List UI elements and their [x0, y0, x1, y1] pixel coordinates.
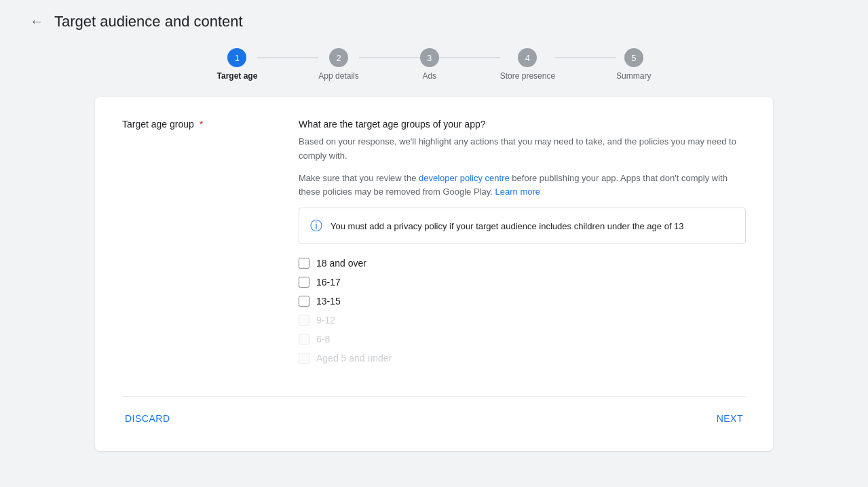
developer-policy-link[interactable]: developer policy centre	[419, 173, 510, 183]
checkbox-input-5under	[299, 353, 309, 364]
discard-button[interactable]: DISCARD	[122, 408, 173, 429]
form-section: Target age group * What are the target a…	[122, 119, 746, 364]
page-title: Target audience and content	[54, 13, 243, 31]
checkbox-label-18: 18 and over	[316, 258, 366, 269]
required-asterisk: *	[200, 119, 203, 130]
main-card: Target age group * What are the target a…	[95, 97, 773, 451]
checkbox-input-1617[interactable]	[299, 277, 309, 288]
step-label-2: App details	[318, 71, 358, 81]
step-3: 3 Ads	[420, 48, 439, 81]
checkbox-input-68	[299, 334, 309, 345]
checkbox-input-1315[interactable]	[299, 296, 309, 307]
checkbox-9-12: 9-12	[299, 315, 746, 326]
checkbox-group: 18 and over 16-17 13-15 9-12	[299, 258, 746, 364]
info-text: You must add a privacy policy if your ta…	[331, 221, 684, 231]
checkbox-18-and-over[interactable]: 18 and over	[299, 258, 746, 269]
step-label-5: Summary	[616, 71, 651, 81]
info-box: ⓘ You must add a privacy policy if your …	[299, 208, 746, 244]
back-button[interactable]: ←	[27, 11, 46, 32]
checkbox-input-18[interactable]	[299, 258, 309, 269]
form-content-col: What are the target age groups of your a…	[299, 119, 746, 364]
checkbox-label-1315: 13-15	[316, 296, 341, 307]
step-circle-4: 4	[518, 48, 537, 67]
step-5: 5 Summary	[616, 48, 651, 81]
step-label-3: Ads	[422, 71, 436, 81]
step-4: 4 Store presence	[500, 48, 555, 81]
back-icon: ←	[30, 14, 43, 29]
description-text-2: Make sure that you review the developer …	[299, 172, 746, 200]
checkbox-13-15[interactable]: 13-15	[299, 296, 746, 307]
next-button[interactable]: NEXT	[714, 408, 746, 429]
checkbox-label-68: 6-8	[316, 334, 330, 345]
desc2-pre: Make sure that you review the	[299, 173, 419, 183]
step-circle-1: 1	[227, 48, 246, 67]
step-line-2	[359, 57, 420, 58]
info-icon: ⓘ	[310, 218, 322, 234]
description-text-1: Based on your response, we'll highlight …	[299, 135, 746, 163]
step-2: 2 App details	[318, 48, 358, 81]
checkbox-6-8: 6-8	[299, 334, 746, 345]
checkbox-label-5under: Aged 5 and under	[316, 353, 392, 364]
form-label-col: Target age group *	[122, 119, 271, 364]
step-line-1	[257, 57, 318, 58]
step-line-4	[555, 57, 616, 58]
step-line-3	[439, 57, 500, 58]
step-circle-5: 5	[624, 48, 643, 67]
step-circle-3: 3	[420, 48, 439, 67]
checkbox-input-912	[299, 315, 309, 326]
checkbox-16-17[interactable]: 16-17	[299, 277, 746, 288]
page-header: ← Target audience and content	[0, 0, 868, 43]
form-label: Target age group	[122, 119, 194, 130]
step-label-1: Target age	[217, 71, 258, 81]
step-1: 1 Target age	[217, 48, 258, 81]
card-footer: DISCARD NEXT	[122, 396, 746, 429]
step-circle-2: 2	[329, 48, 348, 67]
learn-more-link[interactable]: Learn more	[495, 187, 540, 197]
stepper: 1 Target age 2 App details 3 Ads 4 Store…	[0, 43, 868, 97]
step-label-4: Store presence	[500, 71, 555, 81]
checkbox-aged-5-under: Aged 5 and under	[299, 353, 746, 364]
checkbox-label-912: 9-12	[316, 315, 335, 326]
checkbox-label-1617: 16-17	[316, 277, 341, 288]
question-title: What are the target age groups of your a…	[299, 119, 746, 130]
